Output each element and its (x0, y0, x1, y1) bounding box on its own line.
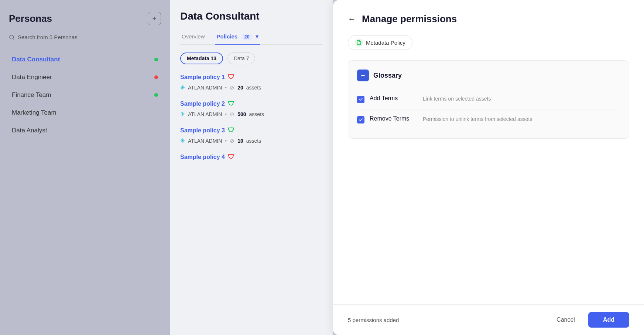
policy-meta: ✳ ATLAN ADMIN • ⊘ 10 assets (180, 137, 323, 144)
policy-title: Sample policy 2 (180, 101, 225, 107)
shield-icon: 🛡 (228, 126, 234, 134)
tab-overview[interactable]: Overview (180, 30, 206, 45)
data-count: 7 (246, 55, 249, 61)
glossary-card: Glossary Add Terms Link terms on selecte… (348, 60, 629, 139)
chevron-down-icon: ▾ (256, 33, 258, 40)
policies-list: Sample policy 1 🛡 ✳ ATLAN ADMIN • ⊘ 20 a… (170, 70, 333, 335)
filter-metadata-label: Metadata (187, 55, 211, 61)
remove-terms-description: Permission to unlink terms from selected… (423, 115, 532, 123)
main-panel: Data Consultant Overview Policies 20 ▾ M… (170, 0, 333, 335)
persona-label: Marketing Team (12, 109, 56, 116)
filter-row: Metadata 13 Data 7 (170, 45, 333, 70)
personas-list: Data Consultant Data Engineer Finance Te… (9, 51, 161, 139)
glossary-title: Glossary (373, 72, 402, 79)
glossary-header: Glossary (357, 70, 620, 81)
policy-name[interactable]: Sample policy 4 🛡 (180, 153, 323, 161)
asset-count: 500 (237, 111, 246, 117)
policy-name[interactable]: Sample policy 1 🛡 (180, 73, 323, 81)
remove-terms-label: Remove Terms (370, 115, 418, 122)
add-persona-button[interactable]: + (148, 12, 161, 25)
manage-permissions-title: Manage permissions (362, 13, 457, 25)
persona-label: Data Engineer (12, 74, 52, 81)
policy-title: Sample policy 1 (180, 74, 225, 81)
policy-name[interactable]: Sample policy 3 🛡 (180, 126, 323, 134)
asset-count: 20 (237, 85, 243, 91)
sidebar-item-finance-team[interactable]: Finance Team (9, 86, 161, 104)
check-icon (359, 97, 363, 102)
sidebar-item-data-engineer[interactable]: Data Engineer (9, 68, 161, 86)
bullet: • (225, 85, 227, 91)
minus-icon (360, 72, 366, 78)
policy-meta: ✳ ATLAN ADMIN • ⊘ 20 assets (180, 84, 323, 91)
cancel-button[interactable]: Cancel (551, 313, 581, 327)
status-dot (154, 75, 158, 79)
policy-card: Sample policy 2 🛡 ✳ ATLAN ADMIN • ⊘ 500 … (180, 100, 323, 118)
snowflake-icon: ✳ (180, 111, 185, 118)
personas-title: Personas (9, 13, 52, 24)
persona-label: Data Analyst (12, 127, 47, 134)
right-footer: 5 permissions added Cancel Add (333, 304, 644, 335)
sidebar-item-data-analyst[interactable]: Data Analyst (9, 122, 161, 139)
permission-row-remove-terms: Remove Terms Permission to unlink terms … (357, 109, 620, 129)
policies-badge: 20 (241, 34, 252, 40)
remove-terms-checkbox[interactable] (357, 116, 364, 123)
status-dot (154, 93, 158, 97)
persona-label: Finance Team (12, 91, 51, 99)
status-dot (154, 58, 158, 61)
snowflake-icon: ✳ (180, 84, 185, 91)
asset-count: 10 (237, 138, 243, 144)
add-terms-checkbox[interactable] (357, 96, 364, 103)
sidebar-item-data-consultant[interactable]: Data Consultant (9, 51, 161, 68)
permissions-count: 5 permissions added (348, 317, 399, 323)
admin-label: ATLAN ADMIN (188, 85, 222, 91)
slash-icon: ⊘ (230, 84, 234, 91)
assets-label: assets (246, 138, 261, 144)
bullet: • (225, 111, 227, 117)
policy-card: Sample policy 3 🛡 ✳ ATLAN ADMIN • ⊘ 10 a… (180, 126, 323, 144)
tab-policies[interactable]: Policies 20 ▾ (215, 30, 260, 45)
filter-data-label: Data (234, 55, 246, 61)
tab-overview-label: Overview (182, 33, 205, 40)
check-icon (359, 118, 363, 122)
main-header: Data Consultant Overview Policies 20 ▾ (170, 0, 333, 45)
add-terms-description: Link terms on selected assets (423, 95, 491, 103)
glossary-icon (357, 70, 369, 81)
search-placeholder: Search from 5 Personas (18, 34, 78, 40)
admin-label: ATLAN ADMIN (188, 138, 222, 144)
metadata-policy-icon (355, 38, 363, 47)
shield-icon: 🛡 (228, 153, 234, 161)
bullet: • (225, 138, 227, 144)
admin-label: ATLAN ADMIN (188, 111, 222, 117)
slash-icon: ⊘ (230, 111, 234, 118)
right-panel-content: ← Manage permissions Metadata Policy Glo… (333, 0, 644, 304)
persona-label: Data Consultant (12, 56, 60, 63)
back-button[interactable]: ← (348, 14, 356, 24)
svg-line-1 (13, 38, 14, 40)
personas-panel: Personas + Search from 5 Personas Data C… (0, 0, 170, 335)
assets-label: assets (246, 85, 261, 91)
personas-search[interactable]: Search from 5 Personas (9, 34, 161, 40)
policy-meta: ✳ ATLAN ADMIN • ⊘ 500 assets (180, 111, 323, 118)
add-terms-label: Add Terms (370, 95, 418, 102)
slash-icon: ⊘ (230, 138, 234, 144)
page-title: Data Consultant (180, 10, 323, 22)
filter-data[interactable]: Data 7 (227, 53, 255, 64)
policy-card: Sample policy 4 🛡 (180, 153, 323, 161)
assets-label: assets (249, 111, 264, 117)
sidebar-item-marketing-team[interactable]: Marketing Team (9, 104, 161, 122)
manage-header: ← Manage permissions (348, 13, 629, 25)
add-button[interactable]: Add (588, 312, 629, 328)
metadata-policy-label: Metadata Policy (366, 40, 405, 46)
search-icon (9, 34, 15, 40)
tab-policies-label: Policies (217, 33, 238, 40)
policy-card: Sample policy 1 🛡 ✳ ATLAN ADMIN • ⊘ 20 a… (180, 73, 323, 91)
filter-metadata[interactable]: Metadata 13 (180, 53, 223, 64)
policy-title: Sample policy 4 (180, 154, 225, 160)
metadata-count: 13 (211, 55, 217, 61)
permission-row-add-terms: Add Terms Link terms on selected assets (357, 89, 620, 109)
tabs: Overview Policies 20 ▾ (180, 30, 323, 45)
metadata-policy-pill[interactable]: Metadata Policy (348, 35, 412, 50)
back-icon: ← (348, 14, 356, 24)
snowflake-icon: ✳ (180, 137, 185, 144)
policy-name[interactable]: Sample policy 2 🛡 (180, 100, 323, 108)
